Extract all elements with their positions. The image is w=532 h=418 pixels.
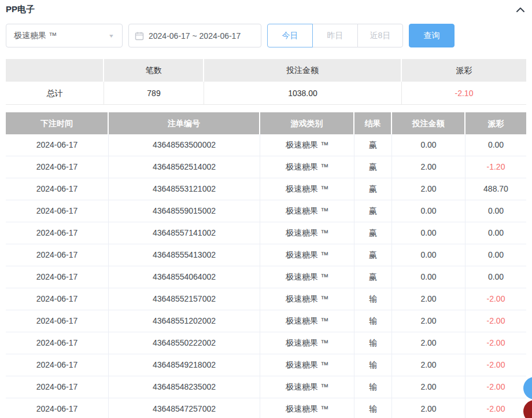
game-select-value: 极速糖果 ™ — [14, 31, 57, 41]
cell-bet-id: 43648559015002 — [109, 200, 260, 222]
cell-bet-amount: 2.00 — [392, 310, 466, 332]
cell-result: 输 — [354, 310, 392, 332]
cell-bet-id: 43648551202002 — [109, 310, 260, 332]
table-header-row: 下注时间 注单编号 游戏类别 结果 投注金额 派彩 — [6, 112, 526, 134]
calendar-icon — [135, 31, 144, 41]
cell-bet-amount: 2.00 — [392, 288, 466, 310]
cell-bet-id: 43648548235002 — [109, 376, 260, 398]
cell-payout: 0.00 — [466, 134, 526, 156]
cell-payout: -2.00 — [466, 310, 526, 332]
cell-bet-time: 2024-06-17 — [6, 200, 109, 222]
cell-result: 赢 — [354, 156, 392, 178]
cell-bet-time: 2024-06-17 — [6, 354, 109, 376]
date-range-picker[interactable]: 2024-06-17 ~ 2024-06-17 — [128, 24, 261, 47]
bet-records-table: 下注时间 注单编号 游戏类别 结果 投注金额 派彩 2024-06-17 436… — [6, 112, 526, 418]
header-payout: 派彩 — [466, 112, 526, 134]
cell-result: 赢 — [354, 134, 392, 156]
cell-bet-id: 43648553121002 — [109, 178, 260, 200]
table-body: 2024-06-17 43648563500002 极速糖果 ™ 赢 0.00 … — [6, 134, 526, 418]
game-select[interactable]: 极速糖果 ™ ▼ — [6, 24, 123, 47]
cell-game-type: 极速糖果 ™ — [260, 222, 354, 244]
table-row: 2024-06-17 43648553121002 极速糖果 ™ 赢 2.00 … — [6, 178, 526, 200]
yesterday-button[interactable]: 昨日 — [312, 24, 358, 47]
cell-bet-id: 43648547257002 — [109, 398, 260, 418]
cell-bet-id: 43648557141002 — [109, 222, 260, 244]
cell-bet-amount: 0.00 — [392, 222, 466, 244]
today-button[interactable]: 今日 — [267, 24, 313, 47]
pp-electronic-panel: PP电子 极速糖果 ™ ▼ 2024-06-17 ~ 2024-06-17 今日… — [0, 0, 532, 418]
table-row: 2024-06-17 43648552157002 极速糖果 ™ 输 2.00 … — [6, 288, 526, 310]
cell-payout: -2.00 — [466, 376, 526, 398]
table-row: 2024-06-17 43648549218002 极速糖果 ™ 输 2.00 … — [6, 354, 526, 376]
cell-payout: 0.00 — [466, 200, 526, 222]
cell-game-type: 极速糖果 ™ — [260, 134, 354, 156]
filter-row: 极速糖果 ™ ▼ 2024-06-17 ~ 2024-06-17 今日 昨日 近… — [6, 24, 526, 47]
cell-game-type: 极速糖果 ™ — [260, 266, 354, 288]
summary-header-payout: 派彩 — [402, 59, 526, 82]
header-bet-amount: 投注金额 — [392, 112, 466, 134]
cell-bet-time: 2024-06-17 — [6, 332, 109, 354]
table-row: 2024-06-17 43648551202002 极速糖果 ™ 输 2.00 … — [6, 310, 526, 332]
cell-bet-time: 2024-06-17 — [6, 178, 109, 200]
cell-game-type: 极速糖果 ™ — [260, 200, 354, 222]
summary-header-count: 笔数 — [104, 59, 204, 82]
table-row: 2024-06-17 43648555413002 极速糖果 ™ 赢 0.00 … — [6, 244, 526, 266]
cell-bet-amount: 0.00 — [392, 200, 466, 222]
cell-bet-time: 2024-06-17 — [6, 222, 109, 244]
query-button[interactable]: 查询 — [409, 24, 455, 47]
summary-header-blank — [6, 59, 104, 82]
cell-result: 赢 — [354, 222, 392, 244]
cell-bet-amount: 2.00 — [392, 178, 466, 200]
date-range-value: 2024-06-17 ~ 2024-06-17 — [149, 31, 241, 41]
cell-game-type: 极速糖果 ™ — [260, 354, 354, 376]
cell-payout: -1.20 — [466, 156, 526, 178]
cell-bet-amount: 0.00 — [392, 266, 466, 288]
quick-date-group: 今日 昨日 近8日 — [267, 24, 403, 47]
cell-result: 输 — [354, 398, 392, 418]
cell-bet-id: 43648549218002 — [109, 354, 260, 376]
table-row: 2024-06-17 43648562514002 极速糖果 ™ 赢 2.00 … — [6, 156, 526, 178]
summary-total-payout: -2.10 — [402, 82, 526, 105]
cell-game-type: 极速糖果 ™ — [260, 332, 354, 354]
cell-result: 输 — [354, 354, 392, 376]
table-row: 2024-06-17 43648547257002 极速糖果 ™ 输 2.00 … — [6, 398, 526, 418]
summary-total-label: 总计 — [6, 82, 104, 105]
summary-total-count: 789 — [104, 82, 204, 105]
cell-bet-amount: 2.00 — [392, 398, 466, 418]
cell-payout: 488.70 — [466, 178, 526, 200]
cell-bet-time: 2024-06-17 — [6, 288, 109, 310]
cell-bet-id: 43648563500002 — [109, 134, 260, 156]
chevron-up-icon — [515, 8, 526, 17]
cell-bet-amount: 2.00 — [392, 354, 466, 376]
table-row: 2024-06-17 43648563500002 极速糖果 ™ 赢 0.00 … — [6, 134, 526, 156]
cell-payout: -2.00 — [466, 332, 526, 354]
cell-payout: 0.00 — [466, 266, 526, 288]
cell-payout: -2.00 — [466, 354, 526, 376]
cell-result: 输 — [354, 376, 392, 398]
cell-result: 赢 — [354, 244, 392, 266]
cell-payout: -2.00 — [466, 398, 526, 418]
last-8-days-button[interactable]: 近8日 — [357, 24, 403, 47]
summary-table: 笔数 投注金额 派彩 总计 789 1038.00 -2.10 — [6, 59, 526, 105]
cell-game-type: 极速糖果 ™ — [260, 156, 354, 178]
cell-result: 赢 — [354, 178, 392, 200]
summary-header-row: 笔数 投注金额 派彩 — [6, 59, 526, 82]
table-row: 2024-06-17 43648559015002 极速糖果 ™ 赢 0.00 … — [6, 200, 526, 222]
cell-bet-time: 2024-06-17 — [6, 134, 109, 156]
cell-bet-id: 43648550222002 — [109, 332, 260, 354]
header-bet-id: 注单编号 — [109, 112, 260, 134]
table-row: 2024-06-17 43648550222002 极速糖果 ™ 输 2.00 … — [6, 332, 526, 354]
cell-payout: 0.00 — [466, 244, 526, 266]
cell-result: 输 — [354, 332, 392, 354]
cell-bet-id: 43648562514002 — [109, 156, 260, 178]
cell-bet-time: 2024-06-17 — [6, 376, 109, 398]
cell-game-type: 极速糖果 ™ — [260, 310, 354, 332]
cell-bet-amount: 2.00 — [392, 156, 466, 178]
cell-bet-time: 2024-06-17 — [6, 244, 109, 266]
page-title: PP电子 — [6, 4, 35, 15]
cell-bet-id: 43648555413002 — [109, 244, 260, 266]
cell-bet-time: 2024-06-17 — [6, 310, 109, 332]
cell-game-type: 极速糖果 ™ — [260, 398, 354, 418]
collapse-panel-button[interactable] — [515, 5, 526, 15]
cell-bet-time: 2024-06-17 — [6, 156, 109, 178]
